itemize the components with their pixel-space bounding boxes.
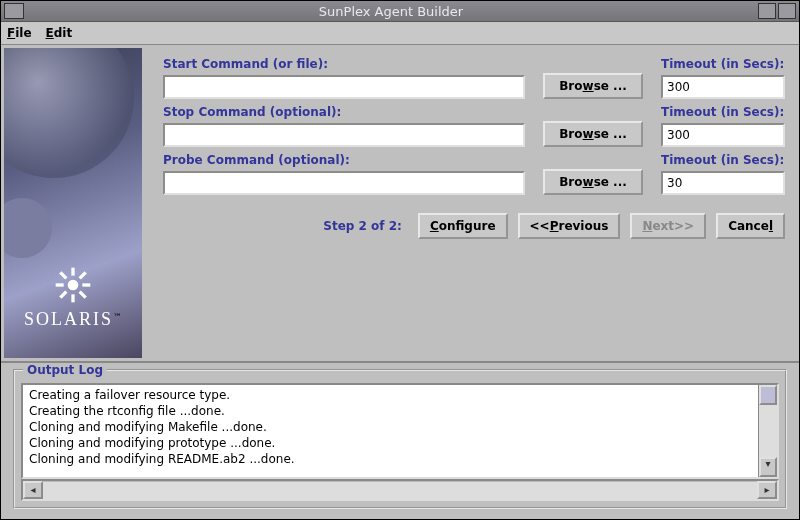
solaris-brand: SOLARIS™ [4, 309, 142, 330]
stop-timeout-label: Timeout (in Secs): [661, 105, 785, 119]
vertical-scrollbar[interactable]: ▾ [758, 385, 777, 477]
wizard-nav: Step 2 of 2: Configure <<Previous Next>>… [163, 213, 785, 239]
probe-timeout-input[interactable] [661, 171, 785, 195]
horizontal-scrollbar[interactable]: ◂ ▸ [21, 479, 779, 501]
probe-browse-button[interactable]: Browse ... [543, 169, 643, 195]
output-log-text[interactable]: Creating a failover resource type.Creati… [23, 385, 758, 477]
menu-bar: File Edit [1, 22, 799, 45]
svg-line-6 [80, 292, 86, 298]
start-browse-button[interactable]: Browse ... [543, 73, 643, 99]
scroll-thumb[interactable] [759, 385, 777, 405]
scroll-right-button[interactable]: ▸ [757, 481, 777, 499]
cancel-button[interactable]: Cancel [716, 213, 785, 239]
start-timeout-label: Timeout (in Secs): [661, 57, 785, 71]
step-indicator: Step 2 of 2: [323, 219, 402, 233]
stop-timeout-input[interactable] [661, 123, 785, 147]
start-timeout-input[interactable] [661, 75, 785, 99]
svg-line-5 [60, 272, 66, 278]
start-command-label: Start Command (or file): [163, 57, 525, 71]
menu-edit[interactable]: Edit [46, 26, 73, 40]
start-command-input[interactable] [163, 75, 525, 99]
scroll-down-button[interactable]: ▾ [759, 457, 777, 477]
output-log-frame: Output Log Creating a failover resource … [13, 369, 787, 509]
svg-line-8 [60, 292, 66, 298]
output-log-area: Creating a failover resource type.Creati… [21, 383, 779, 479]
sidebar-graphic: SOLARIS™ [4, 48, 142, 358]
solaris-sun-icon [53, 265, 93, 305]
title-bar: SunPlex Agent Builder [1, 1, 799, 22]
stop-browse-button[interactable]: Browse ... [543, 121, 643, 147]
next-button: Next>> [630, 213, 706, 239]
minimize-button[interactable] [758, 3, 776, 19]
probe-command-input[interactable] [163, 171, 525, 195]
window-menu-button[interactable] [4, 3, 24, 19]
scroll-left-button[interactable]: ◂ [23, 481, 43, 499]
configure-button[interactable]: Configure [418, 213, 508, 239]
menu-file[interactable]: File [7, 26, 32, 40]
probe-command-label: Probe Command (optional): [163, 153, 525, 167]
probe-timeout-label: Timeout (in Secs): [661, 153, 785, 167]
stop-command-label: Stop Command (optional): [163, 105, 525, 119]
app-window: SunPlex Agent Builder File Edit [0, 0, 800, 520]
main-panel: Start Command (or file): Browse ... Time… [145, 45, 799, 361]
svg-point-0 [68, 280, 79, 291]
stop-command-input[interactable] [163, 123, 525, 147]
previous-button[interactable]: <<Previous [518, 213, 621, 239]
svg-line-7 [80, 272, 86, 278]
maximize-button[interactable] [778, 3, 796, 19]
output-log-title: Output Log [23, 363, 107, 377]
window-title: SunPlex Agent Builder [24, 4, 758, 19]
